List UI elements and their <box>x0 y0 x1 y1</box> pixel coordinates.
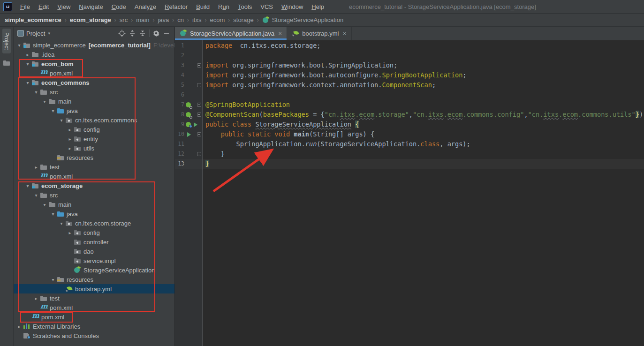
expand-arrow[interactable]: ▾ <box>58 221 65 226</box>
expand-arrow[interactable]: ▾ <box>24 183 31 188</box>
breadcrumb-item[interactable]: main <box>136 16 149 23</box>
code-line[interactable] <box>203 90 644 100</box>
expand-arrow[interactable]: ▸ <box>66 230 74 235</box>
run-icon[interactable] <box>192 121 198 128</box>
breadcrumb-item[interactable]: cn <box>177 16 184 23</box>
fold-marker-icon[interactable] <box>197 110 202 120</box>
tree-row[interactable]: ▸entity <box>14 134 174 143</box>
code-lines[interactable]: package cn.itxs.ecom.storage; import org… <box>203 40 644 346</box>
tree-row[interactable]: ▾java <box>14 106 174 115</box>
tree-row[interactable]: ▸.idea <box>14 50 174 59</box>
tree-row[interactable]: pom.xml <box>14 172 174 181</box>
expand-arrow[interactable]: ▸ <box>66 127 74 132</box>
code-line[interactable]: } <box>203 159 644 169</box>
menu-run[interactable]: Run <box>214 0 234 13</box>
tree-row[interactable]: ▾cn.itxs.ecom.commons <box>14 115 174 125</box>
expand-arrow[interactable]: ▾ <box>32 193 40 198</box>
tree-row[interactable]: dao <box>14 247 174 256</box>
menu-refactor[interactable]: Refactor <box>160 0 192 13</box>
menu-navigate[interactable]: Navigate <box>75 0 107 13</box>
menu-code[interactable]: Code <box>107 0 130 13</box>
code-editor[interactable]: 12345678910111213 package cn.itxs.ecom.s… <box>175 40 644 346</box>
hide-icon[interactable] <box>161 28 172 38</box>
breadcrumb-item[interactable]: itxs <box>192 16 202 23</box>
tree-row[interactable]: ▸External Libraries <box>14 322 174 331</box>
code-line[interactable]: import org.springframework.boot.SpringAp… <box>203 60 644 70</box>
tree-row[interactable]: ▾ecom_bom <box>14 59 174 68</box>
locate-icon[interactable] <box>117 28 127 38</box>
tree-row[interactable]: pom.xml <box>14 68 174 78</box>
tree-row[interactable]: pom.xml <box>14 303 174 312</box>
tree-row[interactable]: ▾resources <box>14 275 174 284</box>
tree-row[interactable]: ▸test <box>14 293 174 303</box>
code-line[interactable]: } <box>203 149 644 159</box>
tree-row[interactable]: ▸utils <box>14 143 174 153</box>
expand-arrow[interactable]: ▾ <box>24 80 31 85</box>
expand-arrow[interactable]: ▸ <box>32 165 40 170</box>
code-line[interactable]: @SpringBootApplication <box>203 100 644 110</box>
menu-tools[interactable]: Tools <box>234 0 256 13</box>
fold-marker-icon[interactable] <box>197 129 202 139</box>
expand-arrow[interactable]: ▾ <box>49 211 57 217</box>
code-line[interactable] <box>203 51 644 60</box>
expand-arrow[interactable]: ▾ <box>41 202 48 207</box>
tree-row[interactable]: ▾simple_ecommerce[ecommerce_tutorial]F:\… <box>14 40 174 50</box>
breadcrumb-item[interactable]: ecom <box>210 16 225 23</box>
code-line[interactable]: package cn.itxs.ecom.storage; <box>203 41 644 51</box>
fold-marker-icon[interactable] <box>197 100 202 110</box>
expand-arrow[interactable]: ▸ <box>66 136 74 142</box>
code-line[interactable]: SpringApplication.run(StorageServiceAppl… <box>203 139 644 149</box>
tree-row[interactable]: ▾ecom_storage <box>14 181 174 190</box>
tree-row[interactable]: ▾ecom_commons <box>14 78 174 87</box>
fold-marker-icon[interactable] <box>197 149 202 159</box>
spring-bean-icon[interactable] <box>186 102 192 108</box>
code-line[interactable]: public static void main(String[] args) { <box>203 129 644 139</box>
menu-view[interactable]: View <box>53 0 75 13</box>
editor-tab[interactable]: bootstrap.yml✕ <box>287 27 351 40</box>
spring-bean-icon[interactable] <box>186 121 192 128</box>
expand-arrow[interactable]: ▾ <box>41 99 48 104</box>
breadcrumb-item[interactable]: simple_ecommerce <box>5 16 61 23</box>
menu-window[interactable]: Window <box>277 0 307 13</box>
code-line[interactable]: @ComponentScan(basePackages = {"cn.itxs.… <box>203 110 644 120</box>
tree-row[interactable]: StorageServiceApplication <box>14 265 174 275</box>
menu-analyze[interactable]: Analyze <box>130 0 160 13</box>
close-icon[interactable]: ✕ <box>278 31 282 36</box>
tree-row[interactable]: ▾main <box>14 200 174 209</box>
project-toolwindow-button[interactable]: Project <box>2 29 11 53</box>
tree-row[interactable]: ▾src <box>14 190 174 200</box>
expand-arrow[interactable]: ▾ <box>49 277 57 282</box>
expand-arrow[interactable]: ▸ <box>32 296 40 301</box>
tree-row[interactable]: ▸config <box>14 228 174 237</box>
expand-arrow[interactable]: ▸ <box>15 324 23 329</box>
tree-row[interactable]: ▾java <box>14 209 174 218</box>
menu-vcs[interactable]: VCS <box>256 0 277 13</box>
breadcrumb-item[interactable]: ecom_storage <box>70 16 111 23</box>
collapse-all-icon[interactable] <box>137 28 148 38</box>
expand-arrow[interactable]: ▸ <box>66 146 74 151</box>
breadcrumb-item[interactable]: StorageServiceApplication <box>262 16 343 24</box>
expand-arrow[interactable]: ▾ <box>32 90 40 95</box>
breadcrumb-item[interactable]: storage <box>233 16 253 23</box>
tree-row[interactable]: controller <box>14 237 174 247</box>
tree-row[interactable]: ▾cn.itxs.ecom.storage <box>14 218 174 228</box>
expand-arrow[interactable]: ▾ <box>49 108 57 113</box>
tree-row[interactable]: ▸test <box>14 162 174 172</box>
tree-row[interactable]: ▾main <box>14 97 174 106</box>
tree-row[interactable]: Scratches and Consoles <box>14 331 174 340</box>
menu-file[interactable]: File <box>16 0 34 13</box>
expand-arrow[interactable]: ▾ <box>58 118 65 123</box>
settings-icon[interactable] <box>151 28 161 38</box>
close-icon[interactable]: ✕ <box>342 31 346 36</box>
expand-arrow[interactable]: ▸ <box>24 52 31 57</box>
tree-row[interactable]: bootstrap.yml <box>14 284 174 293</box>
code-line[interactable]: public class StorageServiceApplication { <box>203 120 644 129</box>
expand-arrow[interactable]: ▾ <box>24 61 31 67</box>
editor-tab[interactable]: StorageServiceApplication.java✕ <box>175 27 287 40</box>
menu-help[interactable]: Help <box>307 0 328 13</box>
menu-build[interactable]: Build <box>192 0 214 13</box>
expand-all-icon[interactable] <box>127 28 137 38</box>
fold-marker-icon[interactable] <box>197 80 202 90</box>
tree-row[interactable]: resources <box>14 153 174 162</box>
tree-row[interactable]: pom.xml <box>14 312 174 322</box>
